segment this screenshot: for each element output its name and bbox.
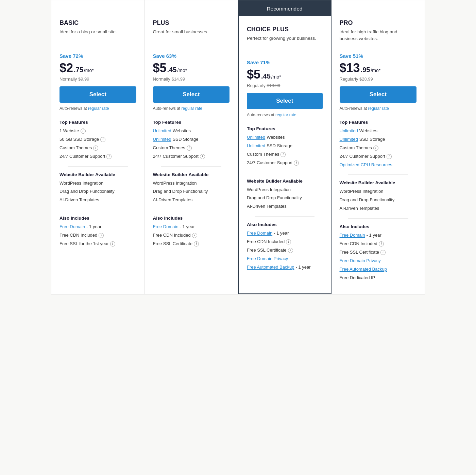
feature-text: AI-Driven Templates — [247, 204, 287, 209]
also-highlight-text: Free Automated Backup — [247, 265, 294, 270]
info-icon[interactable]: i — [99, 233, 104, 238]
also-feature-text: Free CDN Included — [340, 241, 377, 247]
feature-text: 1 Website — [60, 128, 79, 134]
feature-suffix: - 1 year — [274, 231, 289, 236]
builder-feature-item: WordPress Integration — [60, 181, 136, 186]
builder-feature-item: AI-Driven Templates — [247, 204, 323, 209]
builder-title: Website Builder Available — [247, 179, 323, 184]
top-features-section: Top FeaturesUnlimited WebsitesUnlimited … — [247, 126, 323, 166]
feature-suffix: - 1 year — [180, 224, 195, 230]
price-dollar: $2 — [60, 61, 73, 75]
highlight-text: Optimized CPU Resources — [340, 162, 392, 168]
plan-name: BASIC — [60, 19, 136, 27]
feature-item: 24/7 Customer Support i — [340, 154, 417, 159]
also-feature-text: Free CDN Included — [247, 239, 285, 245]
plan-pricing-pro: Save 51% $13.95/mo* Regularly $28.99 Sel… — [332, 46, 425, 111]
auto-renew: Auto-renews at regular rate — [247, 113, 323, 117]
info-icon[interactable]: i — [81, 129, 86, 134]
feature-item: Unlimited SSD Storage — [340, 137, 417, 142]
regular-rate-link[interactable]: regular rate — [368, 106, 389, 111]
price-normal: Normally $14.99 — [153, 77, 230, 82]
also-feature-text: Free SSL Certificate — [340, 250, 379, 255]
also-feature-item: Free Domain - 1 year — [60, 224, 136, 230]
regular-rate-link[interactable]: regular rate — [88, 106, 109, 111]
feature-text: AI-Driven Templates — [60, 197, 99, 203]
divider — [161, 166, 222, 167]
info-icon[interactable]: i — [106, 154, 112, 159]
plan-header-basic: BASIC Ideal for a blog or small site. — [51, 10, 144, 46]
info-icon[interactable]: i — [288, 248, 293, 253]
feature-text: Websites — [173, 128, 191, 134]
info-icon[interactable]: i — [187, 146, 192, 151]
builder-feature-item: WordPress Integration — [247, 187, 323, 193]
info-icon[interactable]: i — [373, 146, 378, 151]
feature-item: 24/7 Customer Support i — [60, 154, 136, 159]
highlight-text: Unlimited — [340, 128, 358, 134]
price-decimal: .95 — [361, 66, 370, 74]
info-icon[interactable]: i — [380, 250, 386, 255]
info-icon[interactable]: i — [192, 233, 197, 238]
info-icon[interactable]: i — [93, 146, 98, 151]
feature-text: Drag and Drop Functionality — [340, 197, 395, 203]
also-feature-item: Free Domain Privacy — [247, 256, 323, 262]
save-text: Save 71% — [247, 60, 323, 65]
info-icon[interactable]: i — [379, 241, 384, 247]
also-feature-item: Free Domain Privacy — [340, 258, 417, 264]
regular-rate-link[interactable]: regular rate — [182, 106, 202, 111]
select-button[interactable]: Select — [60, 86, 136, 103]
feature-text: 24/7 Customer Support — [340, 154, 385, 159]
feature-text: 24/7 Customer Support — [60, 154, 105, 159]
select-button[interactable]: Select — [153, 86, 230, 103]
also-feature-text: Free SSL Certificate — [247, 248, 287, 253]
info-icon[interactable]: i — [110, 241, 115, 247]
regular-rate-link[interactable]: regular rate — [275, 113, 296, 117]
also-feature-text: Free Dedicated IP — [340, 275, 375, 281]
auto-renew: Auto-renews at regular rate — [153, 106, 230, 111]
feature-text: Custom Themes — [153, 145, 185, 151]
also-includes-title: Also Includes — [153, 216, 230, 221]
plan-col-plus: PLUS Great for small businesses. Save 63… — [145, 0, 238, 294]
feature-text: Drag and Drop Functionality — [247, 195, 302, 201]
feature-text: Custom Themes — [60, 145, 92, 151]
save-text: Save 51% — [340, 53, 417, 59]
feature-item: Custom Themes i — [340, 145, 417, 151]
feature-item: Custom Themes i — [60, 145, 136, 151]
builder-section: Website Builder AvailableWordPress Integ… — [60, 172, 136, 203]
info-icon[interactable]: i — [194, 241, 199, 247]
plan-pricing-plus: Save 63% $5.45/mo* Normally $14.99 Selec… — [145, 46, 238, 111]
price-normal: Normally $9.99 — [60, 77, 136, 82]
also-highlight-text: Free Domain Privacy — [247, 256, 288, 262]
info-icon[interactable]: i — [100, 137, 105, 142]
also-feature-item: Free SSL Certificate i — [340, 250, 417, 255]
also-highlight-text: Free Domain Privacy — [340, 258, 381, 264]
feature-text: Websites — [267, 135, 285, 140]
feature-text: AI-Driven Templates — [340, 206, 379, 211]
divider — [255, 173, 314, 173]
also-highlight-text: Free Domain — [60, 224, 85, 230]
info-icon[interactable]: i — [294, 160, 299, 166]
info-icon[interactable]: i — [280, 152, 286, 157]
price-dollar: $5 — [247, 67, 260, 82]
price-decimal: .45 — [261, 72, 271, 80]
plan-col-basic: BASIC Ideal for a blog or small site. Sa… — [51, 0, 145, 294]
also-feature-item: Free CDN Included i — [153, 233, 230, 238]
select-button[interactable]: Select — [340, 86, 417, 103]
feature-text: Custom Themes — [247, 152, 279, 157]
feature-text: AI-Driven Templates — [153, 197, 193, 203]
divider — [68, 166, 128, 167]
save-text: Save 63% — [153, 53, 230, 59]
also-feature-text: Free CDN Included — [60, 233, 97, 238]
info-icon[interactable]: i — [200, 154, 205, 159]
price-suffix: /mo* — [371, 68, 380, 73]
also-includes-section: Also IncludesFree Domain - 1 yearFree CD… — [340, 224, 417, 281]
info-icon[interactable]: i — [387, 154, 392, 159]
feature-text: Drag and Drop Functionality — [60, 189, 115, 194]
builder-title: Website Builder Available — [340, 180, 417, 185]
plan-pricing-basic: Save 72% $2.75/mo* Normally $9.99 Select… — [51, 46, 144, 111]
also-feature-item: Free SSL Certificate i — [153, 241, 230, 247]
also-includes-title: Also Includes — [340, 224, 417, 229]
info-icon[interactable]: i — [286, 239, 291, 244]
builder-feature-item: Drag and Drop Functionality — [340, 197, 417, 203]
also-feature-item: Free Dedicated IP — [340, 275, 417, 281]
select-button[interactable]: Select — [247, 93, 323, 109]
